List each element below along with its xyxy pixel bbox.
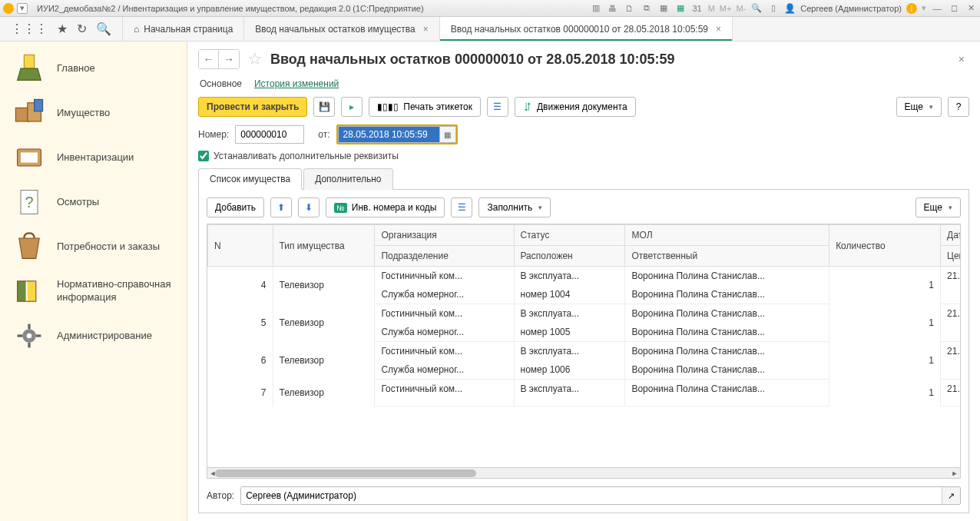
inv-numbers-button[interactable]: №Инв. номера и коды (326, 197, 445, 217)
mminus-icon[interactable]: M- (736, 4, 746, 13)
col-qty[interactable]: Количество (829, 225, 941, 267)
table-row[interactable]: 7ТелевизорГостиничный ком...В эксплуата.… (208, 380, 962, 399)
sidebar-item-main[interactable]: Главное (0, 46, 187, 91)
save-button[interactable]: 💾 (313, 97, 335, 117)
author-open-button[interactable]: ↗ (942, 487, 960, 504)
sidebar-item-nsi[interactable]: Нормативно-справочная информация (0, 269, 187, 314)
post-icon: ▸ (349, 101, 354, 112)
scroll-right-icon[interactable]: ► (949, 468, 960, 479)
list-icon: ☰ (493, 101, 502, 112)
favorite-star-icon[interactable]: ☆ (247, 49, 263, 69)
number-label: Номер: (198, 129, 229, 140)
close-icon[interactable]: ✕ (965, 2, 977, 15)
doc-icon[interactable]: 🗋 (624, 2, 636, 15)
col-dpost[interactable]: Дата поступлен (941, 225, 961, 246)
compare-icon[interactable]: ⧉ (641, 2, 653, 15)
add-button[interactable]: Добавить (207, 197, 264, 217)
home-icon: ⌂ (134, 24, 139, 35)
grid-icon[interactable]: ▦ (657, 2, 670, 15)
col-mol[interactable]: МОЛ (625, 225, 829, 246)
innertab-list[interactable]: Список имущества (198, 168, 302, 190)
horizontal-scrollbar[interactable]: ◄ ► (207, 468, 961, 479)
svg-rect-3 (35, 99, 43, 111)
user-label[interactable]: Сергеев (Администратор) (800, 4, 902, 13)
col-rasp[interactable]: Расположен (514, 246, 625, 267)
table-row[interactable]: 5ТелевизорГостиничный ком...В эксплуата.… (208, 304, 962, 324)
system-bar: ▾ ИУИ2_демобаза№2 / Инвентаризация и упр… (0, 0, 980, 17)
sidebar-item-orders[interactable]: Потребности и заказы (0, 224, 187, 269)
info-icon[interactable]: i (906, 3, 917, 14)
sidebar-item-admin[interactable]: Администрирование (0, 314, 187, 358)
document-close-icon[interactable]: × (954, 53, 969, 65)
tool-icon[interactable]: ▥ (590, 2, 602, 15)
date-icon[interactable]: 31 (691, 2, 704, 15)
tabs-bar: ⋮⋮⋮ ★ ↻ 🔍 ⌂ Начальная страница Ввод нача… (0, 17, 980, 41)
print-labels-button[interactable]: ▮▯▮▯Печать этикеток (369, 97, 481, 117)
user-icon: 👤 (784, 3, 796, 14)
tab-1[interactable]: Ввод начальных остатков имущества × (244, 17, 439, 41)
sidebar-item-property[interactable]: Имущество (0, 91, 187, 135)
author-input[interactable] (241, 487, 942, 504)
sidebar-item-inventory[interactable]: Инвентаризации (0, 135, 187, 180)
dropdown-icon[interactable]: ▾ (17, 3, 28, 14)
movements-button[interactable]: ⮃Движения документа (515, 97, 636, 117)
move-down-button[interactable]: ⬇ (298, 197, 319, 217)
svg-rect-0 (24, 55, 34, 68)
author-label: Автор: (207, 490, 234, 501)
move-up-button[interactable]: ⬆ (270, 197, 292, 217)
print-icon[interactable]: 🖶 (607, 2, 619, 15)
minimize-icon[interactable]: — (931, 2, 943, 15)
calendar-icon[interactable]: ▦ (674, 2, 687, 15)
list2-button[interactable]: ☰ (451, 197, 472, 217)
save-icon: 💾 (319, 101, 330, 112)
col-status[interactable]: Статус (514, 225, 625, 246)
set-attrs-checkbox[interactable] (198, 151, 209, 161)
col-podr[interactable]: Подразделение (375, 246, 514, 267)
more-button[interactable]: Еще▾ (896, 97, 942, 117)
search-tab-icon[interactable]: 🔍 (96, 22, 111, 36)
svg-point-12 (27, 334, 32, 339)
table-row[interactable]: 6ТелевизорГостиничный ком...В эксплуата.… (208, 342, 962, 361)
post-and-close-button[interactable]: Провести и закрыть (198, 97, 307, 117)
tab-close-icon[interactable]: × (423, 24, 429, 35)
help-button[interactable]: ? (948, 97, 969, 117)
calendar-button[interactable]: ▦ (439, 126, 456, 143)
more-table-button[interactable]: Еще▾ (915, 197, 961, 217)
number-input[interactable] (235, 125, 304, 144)
tag-icon: № (334, 203, 347, 213)
sidebar-item-inspections[interactable]: ? Осмотры (0, 180, 187, 224)
tab-close-icon[interactable]: × (716, 24, 721, 35)
sidebar: Главное Имущество Инвентаризации ? Осмот… (0, 41, 187, 521)
subtab-main[interactable]: Основное (200, 78, 242, 89)
innertab-extra[interactable]: Дополнительно (303, 168, 392, 190)
col-type[interactable]: Тип имущества (273, 225, 375, 267)
panel-icon[interactable]: ▯ (767, 2, 780, 15)
date-input[interactable] (338, 126, 439, 143)
maximize-icon[interactable]: ◻ (948, 2, 960, 15)
subtab-history[interactable]: История изменений (254, 78, 339, 89)
apps-icon[interactable]: ⋮⋮⋮ (11, 22, 48, 36)
info-dropdown[interactable]: ▾ (922, 3, 926, 13)
m-icon[interactable]: M (708, 4, 715, 13)
col-org[interactable]: Организация (375, 225, 514, 246)
col-otv[interactable]: Ответственный (625, 246, 829, 267)
mplus-icon[interactable]: M+ (720, 4, 732, 13)
from-label: от: (318, 129, 329, 140)
data-grid[interactable]: N Тип имущества Организация Статус МОЛ К… (207, 224, 961, 468)
search-icon[interactable]: 🔍 (750, 2, 763, 15)
favorites-icon[interactable]: ★ (57, 22, 68, 36)
tab-home[interactable]: ⌂ Начальная страница (123, 17, 244, 41)
scroll-thumb[interactable] (215, 470, 476, 477)
nav-forward-button[interactable]: → (219, 50, 239, 68)
post-button[interactable]: ▸ (341, 97, 363, 117)
col-n[interactable]: N (208, 225, 273, 267)
nav-back-button[interactable]: ← (199, 50, 219, 68)
tab-2[interactable]: Ввод начальных остатков 000000010 от 28.… (440, 17, 733, 41)
table-row[interactable]: 4ТелевизорГостиничный ком...В эксплуата.… (208, 267, 962, 286)
barcode-icon: ▮▯▮▯ (377, 101, 399, 112)
col-cpost[interactable]: Цена поступлен (941, 246, 961, 267)
fill-button[interactable]: Заполнить▾ (478, 197, 551, 217)
app-icon (3, 3, 14, 14)
history-icon[interactable]: ↻ (77, 22, 87, 36)
list-button[interactable]: ☰ (487, 97, 508, 117)
